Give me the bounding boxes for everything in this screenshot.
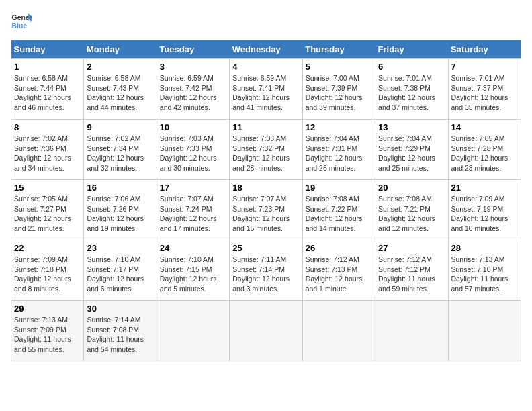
day-number: 11 — [232, 122, 299, 132]
day-number: 1 — [14, 62, 81, 72]
day-info: Sunrise: 7:05 AM Sunset: 7:28 PM Dayligh… — [451, 134, 518, 173]
day-info: Sunrise: 7:02 AM Sunset: 7:36 PM Dayligh… — [14, 134, 81, 173]
day-info: Sunrise: 7:10 AM Sunset: 7:15 PM Dayligh… — [160, 255, 226, 294]
calendar-week-row: 22 Sunrise: 7:09 AM Sunset: 7:18 PM Dayl… — [11, 240, 521, 301]
day-number: 26 — [306, 243, 372, 253]
day-of-week-friday: Friday — [375, 40, 448, 59]
day-of-week-thursday: Thursday — [302, 40, 375, 59]
day-number: 17 — [160, 183, 226, 193]
day-info: Sunrise: 7:04 AM Sunset: 7:31 PM Dayligh… — [306, 134, 372, 173]
day-info: Sunrise: 7:08 AM Sunset: 7:21 PM Dayligh… — [378, 194, 445, 234]
calendar-day-cell: 4 Sunrise: 6:59 AM Sunset: 7:41 PM Dayli… — [230, 59, 302, 120]
day-info: Sunrise: 7:10 AM Sunset: 7:17 PM Dayligh… — [87, 255, 153, 294]
calendar-week-row: 15 Sunrise: 7:05 AM Sunset: 7:27 PM Dayl… — [11, 180, 521, 240]
calendar-day-cell: 10 Sunrise: 7:03 AM Sunset: 7:33 PM Dayl… — [157, 120, 229, 180]
day-number: 7 — [451, 62, 518, 72]
calendar-week-row: 29 Sunrise: 7:13 AM Sunset: 7:09 PM Dayl… — [11, 301, 521, 361]
calendar-day-cell: 20 Sunrise: 7:08 AM Sunset: 7:21 PM Dayl… — [375, 180, 448, 240]
day-info: Sunrise: 6:58 AM Sunset: 7:43 PM Dayligh… — [87, 73, 153, 113]
calendar-day-cell: 18 Sunrise: 7:07 AM Sunset: 7:23 PM Dayl… — [230, 180, 302, 240]
empty-cell — [302, 301, 375, 361]
day-number: 24 — [160, 243, 226, 253]
calendar-day-cell: 16 Sunrise: 7:06 AM Sunset: 7:26 PM Dayl… — [84, 180, 157, 240]
day-info: Sunrise: 7:08 AM Sunset: 7:22 PM Dayligh… — [306, 194, 372, 234]
day-number: 6 — [378, 62, 445, 72]
day-info: Sunrise: 7:07 AM Sunset: 7:23 PM Dayligh… — [232, 194, 299, 234]
day-number: 21 — [451, 183, 518, 193]
day-number: 25 — [232, 243, 299, 253]
day-number: 22 — [14, 243, 81, 253]
day-info: Sunrise: 6:58 AM Sunset: 7:44 PM Dayligh… — [14, 73, 81, 113]
calendar-day-cell: 22 Sunrise: 7:09 AM Sunset: 7:18 PM Dayl… — [11, 240, 84, 301]
day-number: 16 — [87, 183, 153, 193]
day-info: Sunrise: 6:59 AM Sunset: 7:42 PM Dayligh… — [160, 73, 226, 113]
day-number: 10 — [160, 122, 226, 132]
day-of-week-monday: Monday — [84, 40, 157, 59]
day-number: 27 — [378, 243, 445, 253]
calendar-day-cell: 9 Sunrise: 7:02 AM Sunset: 7:34 PM Dayli… — [84, 120, 157, 180]
day-of-week-tuesday: Tuesday — [157, 40, 229, 59]
day-info: Sunrise: 7:03 AM Sunset: 7:33 PM Dayligh… — [160, 134, 226, 173]
calendar-day-cell: 5 Sunrise: 7:00 AM Sunset: 7:39 PM Dayli… — [302, 59, 375, 120]
empty-cell — [230, 301, 302, 361]
calendar-day-cell: 12 Sunrise: 7:04 AM Sunset: 7:31 PM Dayl… — [302, 120, 375, 180]
logo: General Blue — [11, 11, 32, 32]
day-number: 28 — [451, 243, 518, 253]
calendar-day-cell: 17 Sunrise: 7:07 AM Sunset: 7:24 PM Dayl… — [157, 180, 229, 240]
day-info: Sunrise: 7:00 AM Sunset: 7:39 PM Dayligh… — [306, 73, 372, 113]
calendar-day-cell: 30 Sunrise: 7:14 AM Sunset: 7:08 PM Dayl… — [84, 301, 157, 361]
day-number: 15 — [14, 183, 81, 193]
day-number: 2 — [87, 62, 153, 72]
day-number: 29 — [14, 304, 81, 314]
day-number: 30 — [87, 304, 153, 314]
empty-cell — [448, 301, 521, 361]
calendar-day-cell: 14 Sunrise: 7:05 AM Sunset: 7:28 PM Dayl… — [448, 120, 521, 180]
calendar-day-cell: 27 Sunrise: 7:12 AM Sunset: 7:12 PM Dayl… — [375, 240, 448, 301]
calendar-day-cell: 13 Sunrise: 7:04 AM Sunset: 7:29 PM Dayl… — [375, 120, 448, 180]
calendar-table: SundayMondayTuesdayWednesdayThursdayFrid… — [11, 40, 521, 361]
calendar-day-cell: 25 Sunrise: 7:11 AM Sunset: 7:14 PM Dayl… — [230, 240, 302, 301]
day-info: Sunrise: 7:04 AM Sunset: 7:29 PM Dayligh… — [378, 134, 445, 173]
day-number: 14 — [451, 122, 518, 132]
day-info: Sunrise: 7:03 AM Sunset: 7:32 PM Dayligh… — [232, 134, 299, 173]
calendar-header-row: SundayMondayTuesdayWednesdayThursdayFrid… — [11, 40, 521, 59]
day-info: Sunrise: 6:59 AM Sunset: 7:41 PM Dayligh… — [232, 73, 299, 113]
day-info: Sunrise: 7:06 AM Sunset: 7:26 PM Dayligh… — [87, 194, 153, 234]
calendar-day-cell: 24 Sunrise: 7:10 AM Sunset: 7:15 PM Dayl… — [157, 240, 229, 301]
calendar-day-cell: 7 Sunrise: 7:01 AM Sunset: 7:37 PM Dayli… — [448, 59, 521, 120]
day-info: Sunrise: 7:12 AM Sunset: 7:12 PM Dayligh… — [378, 255, 445, 294]
day-info: Sunrise: 7:13 AM Sunset: 7:10 PM Dayligh… — [451, 255, 518, 294]
day-info: Sunrise: 7:13 AM Sunset: 7:09 PM Dayligh… — [14, 315, 81, 355]
day-number: 8 — [14, 122, 81, 132]
calendar-week-row: 8 Sunrise: 7:02 AM Sunset: 7:36 PM Dayli… — [11, 120, 521, 180]
empty-cell — [157, 301, 229, 361]
calendar-day-cell: 3 Sunrise: 6:59 AM Sunset: 7:42 PM Dayli… — [157, 59, 229, 120]
calendar-week-row: 1 Sunrise: 6:58 AM Sunset: 7:44 PM Dayli… — [11, 59, 521, 120]
calendar-day-cell: 15 Sunrise: 7:05 AM Sunset: 7:27 PM Dayl… — [11, 180, 84, 240]
calendar-day-cell: 1 Sunrise: 6:58 AM Sunset: 7:44 PM Dayli… — [11, 59, 84, 120]
calendar-day-cell: 29 Sunrise: 7:13 AM Sunset: 7:09 PM Dayl… — [11, 301, 84, 361]
day-info: Sunrise: 7:09 AM Sunset: 7:19 PM Dayligh… — [451, 194, 518, 234]
day-info: Sunrise: 7:11 AM Sunset: 7:14 PM Dayligh… — [232, 255, 299, 294]
day-of-week-saturday: Saturday — [448, 40, 521, 59]
day-info: Sunrise: 7:09 AM Sunset: 7:18 PM Dayligh… — [14, 255, 81, 294]
day-number: 19 — [306, 183, 372, 193]
calendar-day-cell: 2 Sunrise: 6:58 AM Sunset: 7:43 PM Dayli… — [84, 59, 157, 120]
day-number: 13 — [378, 122, 445, 132]
day-number: 23 — [87, 243, 153, 253]
day-of-week-sunday: Sunday — [11, 40, 84, 59]
day-number: 12 — [306, 122, 372, 132]
day-number: 3 — [160, 62, 226, 72]
day-info: Sunrise: 7:14 AM Sunset: 7:08 PM Dayligh… — [87, 315, 153, 355]
empty-cell — [375, 301, 448, 361]
day-info: Sunrise: 7:01 AM Sunset: 7:37 PM Dayligh… — [451, 73, 518, 113]
day-number: 5 — [306, 62, 372, 72]
calendar-day-cell: 21 Sunrise: 7:09 AM Sunset: 7:19 PM Dayl… — [448, 180, 521, 240]
day-info: Sunrise: 7:05 AM Sunset: 7:27 PM Dayligh… — [14, 194, 81, 234]
svg-text:Blue: Blue — [12, 22, 28, 30]
calendar-day-cell: 11 Sunrise: 7:03 AM Sunset: 7:32 PM Dayl… — [230, 120, 302, 180]
day-info: Sunrise: 7:01 AM Sunset: 7:38 PM Dayligh… — [378, 73, 445, 113]
calendar-day-cell: 26 Sunrise: 7:12 AM Sunset: 7:13 PM Dayl… — [302, 240, 375, 301]
logo-icon: General Blue — [11, 11, 32, 32]
day-number: 4 — [232, 62, 299, 72]
